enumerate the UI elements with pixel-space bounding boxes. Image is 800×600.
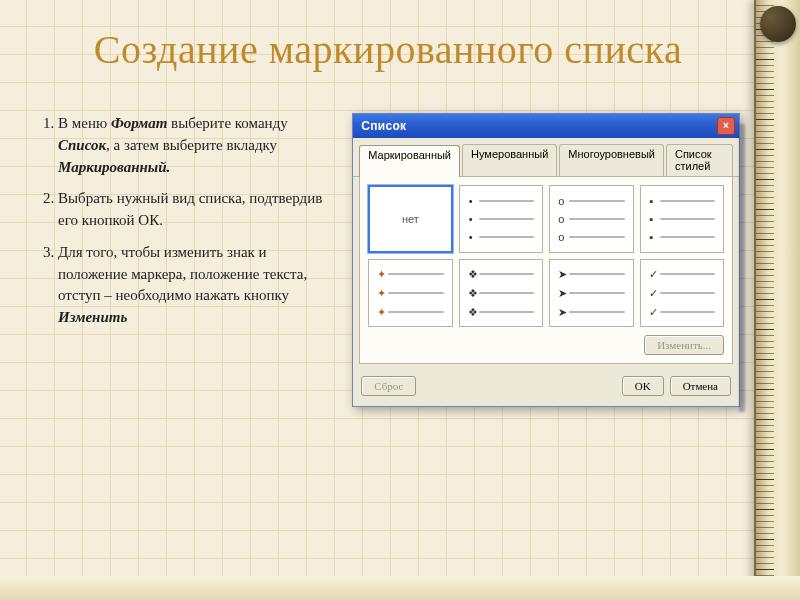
dialog-title: Список (361, 119, 406, 133)
bullet-glyph: ▪ (649, 213, 655, 225)
dialog-tabs: Маркированный Нумерованный Многоуровневы… (353, 138, 739, 177)
tab-bulleted[interactable]: Маркированный (359, 145, 460, 177)
ok-button[interactable]: OK (622, 376, 664, 396)
change-button[interactable]: Изменить... (644, 335, 724, 355)
none-label: нет (402, 213, 419, 225)
bullet-option-arrow[interactable]: ➤ ➤ ➤ (549, 259, 633, 327)
bullet-glyph: ➤ (558, 306, 564, 319)
bullet-option-diamond[interactable]: ❖ ❖ ❖ (459, 259, 543, 327)
dialog-panel: нет • • • o o o ▪ ▪ ▪ (359, 177, 733, 364)
bullet-glyph: ✦ (377, 287, 383, 300)
close-icon[interactable]: × (717, 117, 735, 135)
text: выберите команду (167, 115, 287, 131)
cancel-button[interactable]: Отмена (670, 376, 731, 396)
bullet-glyph: ✓ (649, 287, 655, 300)
tab-list-styles[interactable]: Список стилей (666, 144, 733, 176)
bullet-glyph: ✓ (649, 268, 655, 281)
bullet-glyph: • (468, 231, 474, 243)
tab-numbered[interactable]: Нумерованный (462, 144, 557, 176)
bullet-glyph: o (558, 231, 564, 243)
instruction-list: В меню Формат выберите команду Список, а… (36, 113, 334, 407)
bullet-glyph: ➤ (558, 268, 564, 281)
reset-button[interactable]: Сброс (361, 376, 416, 396)
menu-name-format: Формат (111, 115, 167, 131)
tab-multilevel[interactable]: Многоуровневый (559, 144, 664, 176)
instruction-step-1: В меню Формат выберите команду Список, а… (58, 113, 334, 178)
bullet-glyph: ▪ (649, 195, 655, 207)
instruction-step-2: Выбрать нужный вид списка, подтвердив ег… (58, 188, 334, 232)
text: , а затем выберите вкладку (106, 137, 277, 153)
bullet-glyph: ✦ (377, 268, 383, 281)
tab-label: Многоуровневый (568, 148, 655, 160)
bullet-option-star[interactable]: ✦ ✦ ✦ (368, 259, 452, 327)
bullet-glyph: ❖ (468, 268, 474, 281)
bullet-option-circle[interactable]: o o o (549, 185, 633, 253)
bullet-glyph: • (468, 195, 474, 207)
bullet-glyph: ✓ (649, 306, 655, 319)
text: Для того, чтобы изменить знак и положени… (58, 244, 307, 304)
bullet-glyph: • (468, 213, 474, 225)
bullet-option-square[interactable]: ▪ ▪ ▪ (640, 185, 724, 253)
bullet-glyph: ✦ (377, 306, 383, 319)
dialog-titlebar[interactable]: Список × (353, 114, 739, 138)
tab-label: Маркированный (368, 149, 451, 161)
bullet-glyph: ❖ (468, 306, 474, 319)
command-name-list: Список (58, 137, 106, 153)
tab-name-bulleted: Маркированный. (58, 159, 170, 175)
text: Выбрать нужный вид списка, подтвердив ег… (58, 190, 322, 228)
bullet-glyph: o (558, 213, 564, 225)
bullet-glyph: o (558, 195, 564, 207)
text: В меню (58, 115, 111, 131)
bullet-option-disc[interactable]: • • • (459, 185, 543, 253)
list-dialog: Список × Маркированный Нумерованный Мног… (352, 113, 740, 407)
button-name-change: Изменить (58, 309, 127, 325)
bullet-option-none[interactable]: нет (368, 185, 452, 253)
bullet-glyph: ➤ (558, 287, 564, 300)
instruction-step-3: Для того, чтобы изменить знак и положени… (58, 242, 334, 329)
bullet-glyph: ▪ (649, 231, 655, 243)
tab-label: Нумерованный (471, 148, 548, 160)
bullet-option-check[interactable]: ✓ ✓ ✓ (640, 259, 724, 327)
slide-footer-strip (0, 576, 800, 600)
bullet-glyph: ❖ (468, 287, 474, 300)
slide-title: Создание маркированного списка (36, 26, 740, 73)
tab-label: Список стилей (675, 148, 712, 172)
